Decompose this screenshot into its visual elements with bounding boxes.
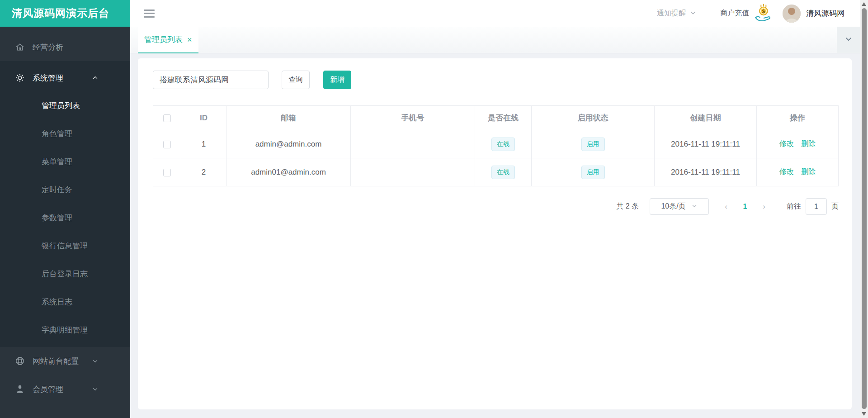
- column-header: 是否在线: [475, 106, 532, 130]
- chevron-up-icon: [92, 75, 99, 81]
- cell-created: 2016-11-11 19:11:11: [655, 158, 757, 186]
- tab-label: 管理员列表: [144, 34, 183, 45]
- menu-toggle-icon[interactable]: [144, 10, 155, 18]
- username[interactable]: 清风源码网: [806, 8, 844, 19]
- sidebar-subitem[interactable]: 角色管理: [0, 120, 130, 148]
- notice-label: 通知提醒: [657, 9, 686, 18]
- online-badge: 在线: [491, 138, 515, 151]
- sidebar-subitem[interactable]: 定时任务: [0, 176, 130, 204]
- globe-icon: [15, 356, 25, 366]
- page-suffix: 页: [831, 202, 839, 211]
- page-size-select[interactable]: 10条/页: [650, 198, 709, 215]
- sidebar-subitem[interactable]: 菜单管理: [0, 148, 130, 176]
- page: 清风源码网演示后台 通知提醒 商户充值 $: [0, 0, 868, 418]
- sidebar-item-label: 系统管理: [33, 73, 63, 83]
- search-input[interactable]: [153, 71, 269, 89]
- sidebar-item[interactable]: 网站前台配置: [0, 347, 130, 375]
- chevron-down-icon: [686, 9, 697, 18]
- admin-list-card: 查询 新增 ID邮箱手机号是否在线启用状态创建日期操作1admin@admin.…: [138, 58, 852, 409]
- tab-close-icon[interactable]: ×: [187, 36, 192, 44]
- goto-label: 前往: [787, 202, 801, 211]
- scroll-down-icon[interactable]: [862, 412, 866, 416]
- column-header: ID: [181, 106, 226, 130]
- query-button[interactable]: 查询: [282, 71, 310, 89]
- sidebar-group: 经营分析: [0, 33, 130, 61]
- online-badge: 在线: [491, 166, 515, 179]
- cell-created: 2016-11-11 19:11:11: [655, 130, 757, 158]
- toolbar: 查询 新增: [153, 71, 839, 89]
- user-icon: [15, 384, 25, 394]
- svg-text:$: $: [762, 8, 765, 14]
- cell-email: admin@admin.com: [226, 130, 351, 158]
- cell-email: admin01@admin.com: [226, 158, 351, 186]
- sidebar-item[interactable]: 经营分析: [0, 33, 130, 61]
- column-header: 操作: [757, 106, 839, 130]
- pagination: 共 2 条 10条/页 ‹ 1 › 前往 页: [153, 198, 839, 215]
- notice-dropdown[interactable]: 通知提醒: [657, 9, 697, 18]
- home-icon: [15, 42, 25, 52]
- edit-link[interactable]: 修改: [779, 140, 794, 147]
- content-area: 查询 新增 ID邮箱手机号是否在线启用状态创建日期操作1admin@admin.…: [130, 53, 860, 418]
- table-row: 2admin01@admin.com在线启用2016-11-11 19:11:1…: [153, 158, 839, 186]
- total-count: 共 2 条: [616, 202, 639, 211]
- recharge-label: 商户充值: [720, 9, 749, 18]
- avatar[interactable]: [783, 5, 801, 23]
- column-header: 手机号: [351, 106, 475, 130]
- sidebar-subitem[interactable]: 字典明细管理: [0, 316, 130, 344]
- sidebar-group: 网站前台配置: [0, 347, 130, 375]
- scrollbar-thumb[interactable]: [862, 8, 867, 409]
- tabs-dropdown-button[interactable]: [837, 27, 860, 53]
- sidebar-subitem[interactable]: 管理员列表: [0, 92, 130, 120]
- column-header: 创建日期: [655, 106, 757, 130]
- delete-link[interactable]: 删除: [801, 140, 816, 147]
- sidebar-subitem[interactable]: 参数管理: [0, 204, 130, 232]
- row-checkbox[interactable]: [163, 169, 171, 176]
- delete-link[interactable]: 删除: [801, 168, 816, 176]
- next-page-button[interactable]: ›: [754, 202, 774, 211]
- edit-link[interactable]: 修改: [779, 168, 794, 176]
- current-page[interactable]: 1: [736, 203, 754, 211]
- table-row: 1admin@admin.com在线启用2016-11-11 19:11:11修…: [153, 130, 839, 158]
- sidebar-subitem[interactable]: 系统日志: [0, 288, 130, 316]
- chevron-down-icon: [844, 35, 853, 45]
- prev-page-button[interactable]: ‹: [716, 202, 736, 211]
- sidebar-subitem[interactable]: 银行信息管理: [0, 232, 130, 260]
- row-checkbox[interactable]: [163, 141, 171, 148]
- recharge-button[interactable]: 商户充值 $: [720, 3, 773, 24]
- select-all-header: [153, 106, 181, 130]
- cell-phone: [351, 130, 475, 158]
- topbar-right: 通知提醒 商户充值 $: [657, 3, 844, 24]
- chevron-down-icon: [92, 358, 99, 365]
- app-logo: 清风源码网演示后台: [0, 0, 130, 27]
- tabbar: 管理员列表 ×: [130, 27, 860, 53]
- add-button[interactable]: 新增: [323, 71, 351, 89]
- coin-hand-icon: $: [749, 3, 773, 24]
- column-header: 邮箱: [226, 106, 351, 130]
- sidebar-item-label: 经营分析: [33, 42, 63, 52]
- tab-admin-list[interactable]: 管理员列表 ×: [138, 27, 198, 53]
- sidebar-item[interactable]: 系统管理: [0, 64, 130, 92]
- admin-table: ID邮箱手机号是否在线启用状态创建日期操作1admin@admin.com在线启…: [153, 105, 839, 186]
- sidebar-subitem[interactable]: 后台登录日志: [0, 260, 130, 288]
- select-all-checkbox[interactable]: [163, 114, 171, 122]
- column-header: 启用状态: [532, 106, 655, 130]
- sidebar-group: 会员管理: [0, 375, 130, 403]
- chevron-down-icon: [92, 386, 99, 393]
- cell-id: 2: [181, 158, 226, 186]
- sidebar-item-label: 会员管理: [33, 384, 63, 394]
- sidebar-item[interactable]: 会员管理: [0, 375, 130, 403]
- status-badge: 启用: [581, 166, 605, 179]
- status-badge: 启用: [581, 138, 605, 151]
- chevron-down-icon: [686, 203, 698, 211]
- goto-page-input[interactable]: [806, 198, 827, 215]
- sidebar-group: 系统管理管理员列表角色管理菜单管理定时任务参数管理银行信息管理后台登录日志系统日…: [0, 61, 130, 347]
- page-scrollbar[interactable]: [860, 0, 868, 418]
- scroll-up-icon[interactable]: [862, 2, 866, 6]
- sidebar: 经营分析系统管理管理员列表角色管理菜单管理定时任务参数管理银行信息管理后台登录日…: [0, 27, 130, 418]
- sidebar-item-label: 网站前台配置: [33, 356, 79, 366]
- cell-id: 1: [181, 130, 226, 158]
- page-size-value: 10条/页: [661, 202, 685, 211]
- gear-icon: [15, 73, 25, 83]
- cell-phone: [351, 158, 475, 186]
- topbar: 通知提醒 商户充值 $: [130, 0, 860, 27]
